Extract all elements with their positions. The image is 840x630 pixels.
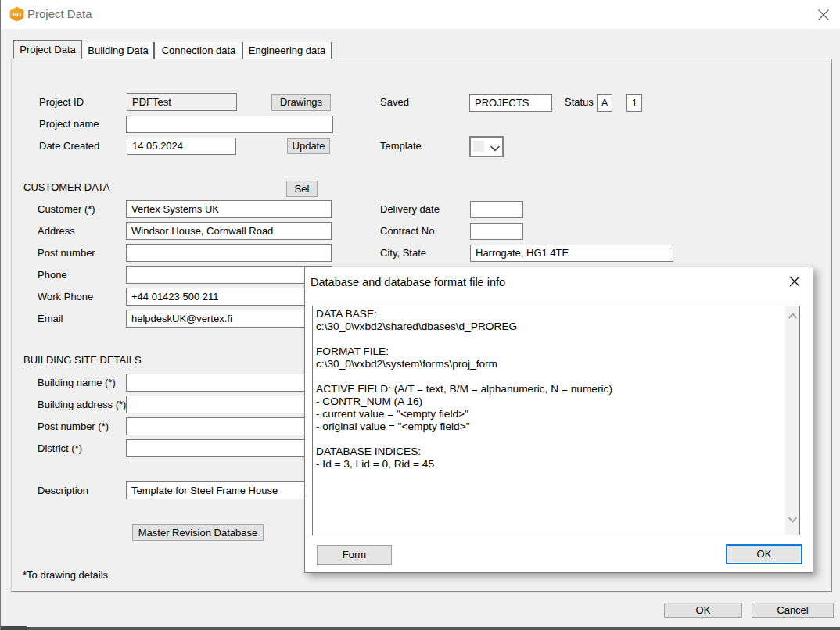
svg-text:BD: BD	[13, 11, 22, 18]
